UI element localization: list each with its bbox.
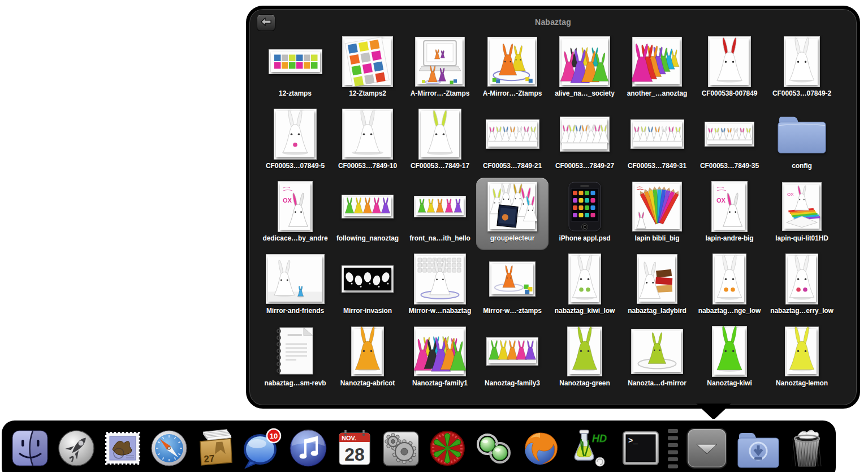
svg-text:OX: OX (716, 197, 726, 204)
grid-item[interactable]: CF00053…07849-5 (259, 105, 331, 178)
grid-item-label: Nanoztag-abricot (340, 379, 395, 387)
pencil-books-thumbnail (632, 179, 682, 234)
grid-item-label: Nanozta…d-mirror (628, 379, 686, 387)
grid-item-selected[interactable]: groupelecteur (476, 178, 549, 250)
nabaztag-stack-open-icon (684, 427, 731, 470)
grid-item[interactable]: nabaztag_ladybird (621, 250, 693, 323)
grid-item[interactable]: Mirror-w…nabaztag (404, 250, 476, 323)
grid-item[interactable]: CF00053…7849-10 (331, 105, 404, 178)
grid-item[interactable]: Mirror-invasion (331, 250, 404, 323)
grid-item-label: dedicace…by_andre (262, 234, 327, 242)
grid-item-label: A-Mirror…-Ztamps (483, 89, 542, 97)
grid-item-label: A-Mirror…-Ztamps (411, 89, 469, 97)
grid-item-label: CF00053…7849-10 (338, 162, 397, 170)
cone-thumbnail (351, 324, 384, 379)
spiral-document-thumbnail (274, 324, 316, 379)
white-rabbit-thumbnail (568, 251, 601, 306)
grid-item[interactable]: nabaztag_kiwi_low (549, 250, 621, 323)
dock-item-chat[interactable]: 10 (240, 424, 283, 472)
grid-item[interactable]: alive_na…_society (549, 33, 621, 105)
grid-item[interactable]: CF00053…7849-21 (476, 105, 549, 178)
grid-item[interactable]: A-Mirror…-Ztamps (476, 33, 549, 105)
grid-item-label: Nanoztag-family3 (485, 379, 540, 387)
grid-item[interactable]: CF00053…07849-2 (766, 33, 838, 105)
dock-item-package-box[interactable]: 27 (194, 424, 237, 472)
grid-item-label: nabaztag_ladybird (628, 307, 686, 315)
grid-item[interactable]: config (766, 105, 838, 178)
grid-item[interactable]: OXlapin-andre-big (693, 178, 766, 250)
grid-item[interactable]: A-Mirror…-Ztamps (404, 33, 476, 105)
grid-item[interactable]: Nanoztag-family1 (404, 323, 476, 395)
grid-item-label: Nanoztag-family1 (412, 379, 468, 387)
grid-item[interactable]: Nanozta…d-mirror (621, 323, 693, 395)
grid-item[interactable]: Mirror-and-friends (259, 250, 331, 323)
dock-item-terminal[interactable]: >_ (619, 424, 662, 472)
white-rabbit-thumbnail (418, 106, 461, 161)
dock-item-system-preferences[interactable] (379, 424, 422, 472)
grid-item[interactable]: Nanoztag-kiwi (693, 323, 766, 395)
white-rabbit-thumbnail (784, 34, 820, 89)
svg-text:OX: OX (787, 192, 794, 197)
grid-item[interactable]: lapin bibli_big (621, 178, 693, 250)
dock-item-itunes[interactable] (287, 424, 330, 472)
grid-item-label: Mirror-invasion (343, 307, 392, 315)
grid-item-label: 12-ztamps (279, 89, 312, 97)
grid-item[interactable]: iPhone appl.psd (549, 178, 621, 250)
grid-item-label: Nanoztag-kiwi (707, 379, 752, 387)
dock-item-trash-full[interactable] (785, 424, 828, 472)
grid-item-label: CF00053…7849-27 (555, 162, 614, 170)
rabbit-lineup-thumbnail (560, 106, 610, 161)
dock-item-downloads-folder[interactable] (735, 424, 782, 472)
grid-item[interactable]: following_nanoztag (331, 178, 404, 250)
downloads-folder-icon (735, 427, 782, 470)
dock-item-firefox[interactable] (519, 424, 562, 472)
chat-icon: 10 (241, 428, 282, 469)
trash-full-icon (785, 427, 828, 470)
grid-item[interactable]: Nanoztag-abricot (331, 323, 404, 395)
grid-item[interactable]: Nanoztag-green (549, 323, 621, 395)
dock-item-rocket-app[interactable] (55, 424, 98, 472)
grid-item[interactable]: Nanoztag-family3 (476, 323, 549, 395)
dock-item-safari[interactable] (148, 424, 191, 472)
dock-item-green-orbs-app[interactable] (472, 424, 515, 472)
svg-text:HD: HD (592, 433, 607, 444)
dock-item-red-berry-app[interactable] (426, 424, 469, 472)
white-rabbit-thumbnail (785, 251, 818, 306)
grid-item-label: another_…anoztag (627, 89, 687, 97)
dock-item-flask-hd-app[interactable]: HD (565, 424, 616, 472)
dock-item-nabaztag-stack-open[interactable] (684, 424, 731, 472)
dock-item-mail[interactable] (101, 424, 144, 472)
grid-item-label: CF00053…7849-35 (700, 162, 759, 170)
dock-item-finder[interactable] (8, 424, 51, 472)
grid-item[interactable]: CF00053…7849-27 (549, 105, 621, 178)
grid-item[interactable]: 12-Ztamps2 (331, 33, 404, 105)
grid-item-label: lapin-andre-big (705, 234, 753, 242)
dock-separator-icon (666, 424, 680, 472)
cone-on-plate-thumbnail (631, 324, 683, 379)
grid-item[interactable]: nabaztag…nge_low (693, 250, 766, 323)
grid-item-label: CF00053…07849-5 (266, 162, 325, 170)
ztamp-strip-thumbnail (269, 34, 322, 89)
grid-item[interactable]: Mirror-w…-ztamps (476, 250, 549, 323)
grid-item[interactable]: CF00053…7849-17 (404, 105, 476, 178)
dock-item-ical[interactable]: NOV.28 (333, 424, 376, 472)
dock: 2710NOV.28HD>_ (0, 419, 837, 472)
grid-item[interactable]: CF000538-007849 (693, 33, 766, 105)
grid-item[interactable]: OXlapin-qui-lit01HD (766, 178, 838, 250)
svg-text:27: 27 (204, 453, 215, 465)
grid-item[interactable]: Nanoztag-lemon (766, 323, 838, 395)
stack-callout-arrow (696, 404, 731, 420)
grid-item[interactable]: OXdedicace…by_andre (259, 178, 331, 250)
grid-item-label: nabaztag_kiwi_low (555, 307, 615, 315)
grid-item[interactable]: CF00053…7849-35 (693, 105, 766, 178)
stack-grid: 12-ztamps12-Ztamps2A-Mirror…-ZtampsA-Mir… (259, 33, 838, 395)
grid-item[interactable]: nabaztag…sm-revb (259, 323, 331, 395)
grid-item[interactable]: front_na…ith_hello (404, 178, 476, 250)
rabbit-lineup-thumbnail (486, 106, 539, 161)
grid-item[interactable]: 12-ztamps (259, 33, 331, 105)
grid-item[interactable]: CF00053…7849-31 (621, 105, 693, 178)
grid-item-label: Mirror-w…-ztamps (483, 307, 542, 315)
terminal-icon: >_ (620, 428, 661, 469)
grid-item[interactable]: nabaztag…erry_low (766, 250, 838, 323)
grid-item[interactable]: another_…anoztag (621, 33, 693, 105)
